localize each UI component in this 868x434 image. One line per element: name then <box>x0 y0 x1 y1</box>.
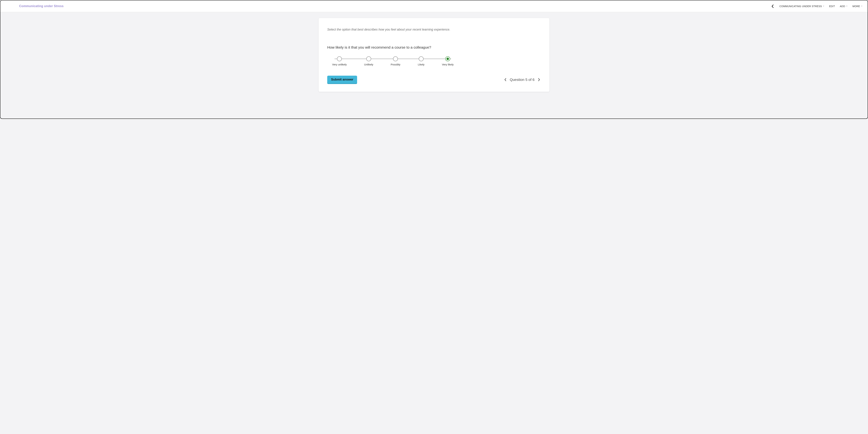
caret-down-icon <box>823 6 824 7</box>
edit-link[interactable]: EDIT <box>829 4 835 8</box>
chevron-left-icon <box>772 4 774 8</box>
back-button[interactable] <box>770 4 775 9</box>
likert-option-label: Very likely <box>442 63 454 66</box>
course-dropdown-label: COMMUNICATING UNDER STRESS <box>779 5 822 8</box>
likert-option-4[interactable]: Very likely <box>442 57 454 66</box>
app-header: Communicating under Stress COMMUNICATING… <box>0 0 868 12</box>
likert-radio <box>419 57 424 61</box>
likert-radio <box>366 57 371 61</box>
prev-question-button[interactable] <box>504 77 507 82</box>
question-card: Select the option that best describes ho… <box>318 18 550 92</box>
add-dropdown-label: ADD <box>840 5 845 8</box>
likert-option-label: Possibly <box>391 63 400 66</box>
likert-radio <box>393 57 398 61</box>
likert-option-0[interactable]: Very unlikely <box>332 57 347 66</box>
submit-answer-button[interactable]: Submit answer <box>327 76 357 84</box>
chevron-left-icon <box>504 78 506 81</box>
likert-option-3[interactable]: Likely <box>418 57 425 66</box>
pager: Question 5 of 6 <box>504 77 541 82</box>
header-nav: COMMUNICATING UNDER STRESS EDIT ADD MORE <box>770 4 863 9</box>
instruction-text: Select the option that best describes ho… <box>327 28 541 31</box>
likert-radio <box>445 57 450 61</box>
next-question-button[interactable] <box>537 77 541 82</box>
more-dropdown[interactable]: MORE <box>852 4 863 8</box>
edit-link-label: EDIT <box>829 5 835 8</box>
course-dropdown[interactable]: COMMUNICATING UNDER STRESS <box>779 4 825 8</box>
likert-option-2[interactable]: Possibly <box>391 57 400 66</box>
likert-radio <box>337 57 342 61</box>
likert-scale: Very unlikelyUnlikelyPossiblyLikelyVery … <box>332 57 454 66</box>
pager-text: Question 5 of 6 <box>510 77 534 82</box>
likert-option-1[interactable]: Unlikely <box>364 57 373 66</box>
chevron-right-icon <box>538 78 540 81</box>
likert-option-label: Likely <box>418 63 425 66</box>
question-text: How likely is it that you will recommend… <box>327 45 541 49</box>
page-title: Communicating under Stress <box>19 4 64 8</box>
caret-down-icon <box>861 6 863 7</box>
likert-option-label: Unlikely <box>364 63 373 66</box>
card-footer: Submit answer Question 5 of 6 <box>327 76 541 84</box>
add-dropdown[interactable]: ADD <box>840 4 848 8</box>
caret-down-icon <box>846 6 847 7</box>
likert-option-label: Very unlikely <box>332 63 347 66</box>
more-dropdown-label: MORE <box>852 5 860 8</box>
